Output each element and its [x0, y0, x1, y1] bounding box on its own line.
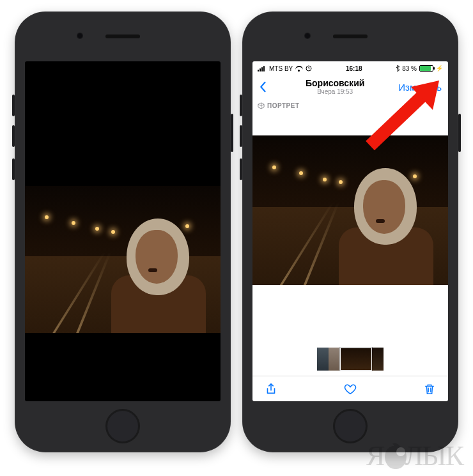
phone-frame-left — [15, 12, 231, 452]
phone-frame-right: MTS BY 16:18 83 % ⚡ Борисовский — [242, 12, 458, 452]
front-camera — [304, 33, 311, 39]
home-button[interactable] — [333, 409, 368, 443]
edit-button[interactable]: Изменить — [398, 82, 442, 93]
apple-icon — [385, 443, 407, 469]
carrier-label: MTS BY — [269, 65, 293, 72]
photo-subtitle: Вчера 19:53 — [306, 88, 364, 96]
thumbnail-current[interactable] — [340, 348, 372, 371]
thumbnail-strip[interactable] — [252, 348, 448, 373]
screen-right: MTS BY 16:18 83 % ⚡ Борисовский — [252, 61, 448, 401]
bluetooth-icon — [396, 65, 399, 72]
photo-title: Борисовский — [306, 78, 364, 88]
watermark-text-pre: Я — [366, 440, 384, 472]
clock: 16:18 — [346, 65, 362, 72]
back-button[interactable] — [259, 81, 272, 93]
alarm-icon — [306, 65, 312, 72]
portrait-badge: ПОРТРЕТ — [258, 102, 300, 109]
delete-button[interactable] — [423, 382, 437, 396]
photo-fullscreen[interactable] — [25, 186, 221, 333]
battery-icon — [419, 65, 433, 72]
cube-icon — [258, 102, 265, 109]
share-button[interactable] — [264, 382, 278, 396]
portrait-badge-label: ПОРТРЕТ — [267, 102, 300, 109]
battery-percentage: 83 % — [402, 65, 417, 72]
watermark: Я ЛЫК — [366, 440, 463, 472]
thumbnail[interactable] — [372, 348, 384, 371]
bottom-toolbar — [252, 376, 448, 401]
favorite-button[interactable] — [343, 382, 357, 396]
watermark-text-post: ЛЫК — [404, 440, 463, 472]
earpiece — [333, 35, 368, 38]
screen-left — [25, 61, 221, 401]
photo-detail[interactable] — [252, 135, 448, 285]
front-camera — [77, 33, 83, 39]
thumbnail[interactable] — [329, 348, 340, 371]
thumbnail[interactable] — [317, 348, 329, 371]
wifi-icon — [295, 66, 303, 72]
charging-icon: ⚡ — [436, 65, 443, 72]
status-bar: MTS BY 16:18 83 % ⚡ — [252, 61, 448, 74]
nav-bar: Борисовский Вчера 19:53 Изменить — [252, 74, 448, 100]
earpiece — [105, 35, 140, 38]
cell-signal-icon — [258, 66, 267, 72]
home-button[interactable] — [105, 409, 140, 443]
